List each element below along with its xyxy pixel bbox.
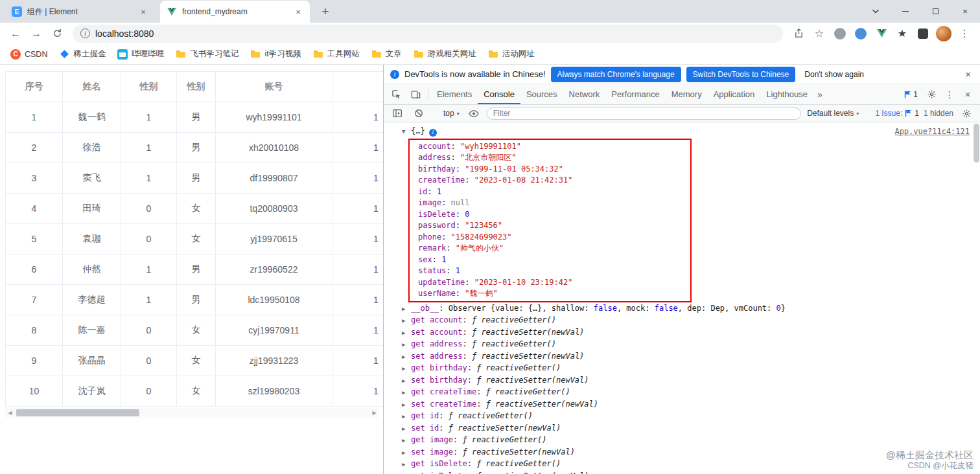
object-property[interactable]: updateTime: "2023-01-10 23:19:42" [410, 277, 690, 289]
expand-arrow-icon[interactable]: ▶ [402, 304, 411, 315]
notification-close-icon[interactable]: × [962, 69, 974, 80]
browser-tab-element[interactable]: E 组件 | Element × [5, 1, 155, 23]
accessor-line[interactable]: ▶get createTime: ƒ reactiveGetter() [402, 387, 971, 399]
expand-arrow-icon[interactable]: ▶ [402, 352, 411, 363]
bookmark-item[interactable]: it学习视频 [245, 47, 306, 62]
object-property[interactable]: remark: "帅气的小伙" [410, 243, 690, 254]
table-row[interactable]: 9张晶晶0女zjj199312231 [6, 346, 384, 376]
object-property[interactable]: birthday: "1999-11-01 05:34:32" [410, 164, 690, 175]
log-levels-selector[interactable]: Default levels ▾ [806, 107, 860, 119]
reactivity-info-icon[interactable]: i [429, 129, 437, 137]
profile-avatar[interactable] [935, 25, 953, 43]
bookmark-star-icon[interactable]: ☆ [810, 25, 828, 43]
clear-console-icon[interactable] [410, 105, 427, 122]
accessor-line[interactable]: ▶get image: ƒ reactiveGetter() [402, 435, 971, 447]
console-scrollbar-thumb[interactable] [974, 124, 979, 163]
accessor-line[interactable]: ▶set account: ƒ reactiveSetter(newVal) [402, 327, 971, 339]
observer-line[interactable]: ▶__ob__: Observer {value: {…}, shallow: … [402, 303, 971, 315]
bookmark-item[interactable]: 工具网站 [308, 47, 365, 62]
scroll-right-icon[interactable]: ▶ [369, 410, 379, 416]
extension-icon-4[interactable] [914, 25, 932, 43]
forward-icon[interactable]: → [27, 25, 45, 43]
table-row[interactable]: 2徐浩1男xh200101081 [6, 133, 384, 163]
expand-arrow-icon[interactable]: ▶ [402, 447, 411, 459]
bookmark-item[interactable]: 文章 [366, 47, 407, 62]
object-property[interactable]: isDelete: 0 [410, 209, 690, 221]
table-row[interactable]: 8陈一嘉0女cyj199709111 [6, 315, 384, 346]
tab-search-icon[interactable] [861, 0, 891, 23]
bookmark-item[interactable]: CCSDN [5, 47, 52, 62]
table-row[interactable]: 6仲然1男zr199605221 [6, 254, 384, 285]
devtools-tab-console[interactable]: Console [478, 84, 520, 104]
browser-tab-frontend[interactable]: frontend_mydream × [160, 1, 310, 23]
context-selector[interactable]: top ▾ [442, 107, 461, 119]
devtools-tab-network[interactable]: Network [563, 84, 606, 104]
scroll-track[interactable] [15, 408, 369, 418]
devtools-tab-sources[interactable]: Sources [520, 84, 563, 104]
expand-arrow-icon[interactable]: ▶ [402, 471, 411, 474]
close-window-button[interactable]: × [950, 0, 980, 23]
accessor-line[interactable]: ▶set createTime: ƒ reactiveSetter(newVal… [402, 399, 971, 411]
expand-arrow-icon[interactable]: ▶ [402, 339, 411, 351]
object-property[interactable]: status: 1 [410, 265, 690, 277]
more-panels-icon[interactable]: » [813, 84, 826, 104]
expand-arrow-icon[interactable]: ▶ [402, 387, 411, 399]
expand-arrow-icon[interactable]: ▶ [402, 363, 411, 375]
tab-close-icon[interactable]: × [138, 6, 148, 17]
extension-icon-2[interactable] [852, 25, 870, 43]
devtools-tab-memory[interactable]: Memory [666, 84, 708, 104]
devtools-tab-performance[interactable]: Performance [605, 84, 665, 104]
extension-icon-3[interactable]: ★ [893, 25, 911, 43]
device-toolbar-icon[interactable] [406, 84, 425, 104]
hidden-messages-count[interactable]: 1 hidden [924, 109, 953, 118]
accessor-line[interactable]: ▶get birthday: ƒ reactiveGetter() [402, 363, 971, 375]
tab-close-icon[interactable]: × [293, 6, 303, 17]
live-expression-eye-icon[interactable] [465, 105, 482, 122]
expand-arrow-icon[interactable]: ▶ [402, 459, 411, 471]
url-text[interactable]: localhost:8080 [95, 28, 154, 39]
expand-arrow-icon[interactable]: ▶ [402, 411, 411, 423]
devtools-close-icon[interactable]: × [959, 86, 976, 103]
object-property[interactable]: userName: "魏一鹤" [410, 288, 690, 300]
extension-icon-1[interactable] [831, 25, 849, 43]
object-property[interactable]: image: null [410, 198, 690, 209]
collapse-arrow-icon[interactable]: ▼ [402, 126, 411, 138]
inspect-element-icon[interactable] [386, 84, 406, 104]
vue-devtools-icon[interactable] [872, 25, 891, 43]
expand-arrow-icon[interactable]: ▶ [402, 328, 411, 339]
maximize-button[interactable] [920, 0, 950, 23]
expand-arrow-icon[interactable]: ▶ [402, 315, 411, 327]
accessor-line[interactable]: ▶set birthday: ƒ reactiveSetter(newVal) [402, 375, 971, 387]
minimize-button[interactable] [891, 0, 920, 23]
source-link[interactable]: App.vue?11c4:121 [894, 127, 970, 136]
devtools-tab-application[interactable]: Application [708, 84, 761, 104]
object-property[interactable]: id: 1 [410, 186, 690, 198]
devtools-tab-elements[interactable]: Elements [431, 84, 478, 104]
switch-chinese-button[interactable]: Switch DevTools to Chinese [686, 67, 796, 82]
expand-arrow-icon[interactable]: ▶ [402, 423, 411, 435]
accessor-line[interactable]: ▶set address: ƒ reactiveSetter(newVal) [402, 351, 971, 363]
devtools-settings-icon[interactable] [923, 86, 940, 103]
accessor-line[interactable]: ▶get id: ƒ reactiveGetter() [402, 411, 971, 423]
devtools-tab-lighthouse[interactable]: Lighthouse [760, 84, 813, 104]
table-row[interactable]: 4田琦0女tq200809031 [6, 194, 384, 224]
match-language-button[interactable]: Always match Chrome's language [551, 67, 681, 82]
object-property[interactable]: password: "123456" [410, 220, 690, 232]
filter-input[interactable] [487, 107, 801, 120]
bookmark-item[interactable]: 哔哩哔哩 [112, 47, 169, 62]
object-property[interactable]: account: "wyh19991101" [410, 141, 690, 153]
table-row[interactable]: 5袁珈0女yj199706151 [6, 224, 384, 254]
accessor-line[interactable]: ▶get account: ƒ reactiveGetter() [402, 315, 971, 327]
expand-arrow-icon[interactable]: ▶ [402, 400, 411, 411]
object-property[interactable]: phone: "15824699023" [410, 232, 690, 243]
object-property[interactable]: address: "北京市朝阳区" [410, 152, 690, 164]
bookmark-item[interactable]: 游戏相关网址 [408, 47, 482, 62]
table-row[interactable]: 1魏一鹤1男wyh199911011 [6, 102, 384, 133]
horizontal-scrollbar[interactable]: ◀ ▶ [5, 408, 379, 418]
dont-show-again-button[interactable]: Don't show again [800, 67, 868, 82]
bookmark-item[interactable]: 飞书学习笔记 [170, 47, 244, 62]
issues-link[interactable]: 1 Issue: 1 [875, 109, 919, 118]
issues-counter[interactable]: 1 [900, 90, 922, 99]
menu-icon[interactable]: ⋮ [955, 25, 974, 43]
bookmark-item[interactable]: 稀土掘金 [54, 47, 111, 62]
